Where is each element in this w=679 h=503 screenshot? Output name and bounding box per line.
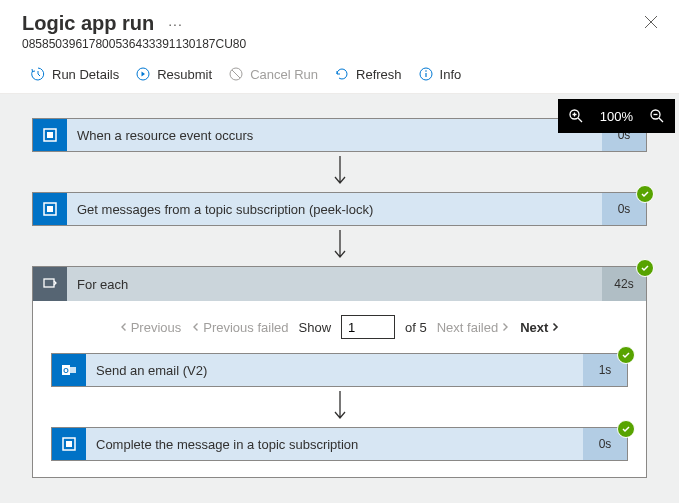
cancel-icon: [228, 66, 244, 82]
svg-rect-9: [47, 206, 53, 212]
foreach-icon: [33, 267, 67, 301]
foreach-label: For each: [67, 267, 602, 301]
previous-failed-link: Previous failed: [191, 320, 288, 335]
next-failed-link: Next failed: [437, 320, 510, 335]
foreach-container: For each 42s Previous Previous failed Sh…: [32, 266, 647, 478]
cancel-run-button: Cancel Run: [228, 66, 318, 82]
info-label: Info: [440, 67, 462, 82]
connector-arrow: [18, 156, 661, 188]
resubmit-button[interactable]: Resubmit: [135, 66, 212, 82]
header: Logic app run ··· 0858503961780053643339…: [0, 0, 679, 55]
svg-rect-12: [70, 367, 76, 373]
refresh-button[interactable]: Refresh: [334, 66, 402, 82]
close-icon: [644, 15, 658, 29]
zoom-out-icon[interactable]: [649, 108, 665, 124]
svg-rect-10: [44, 279, 54, 287]
foreach-header[interactable]: For each 42s: [33, 267, 646, 301]
step-peek-lock-label: Get messages from a topic subscription (…: [67, 193, 602, 225]
designer-canvas: 100% When a resource event occurs 0s Get…: [0, 94, 679, 503]
of-total-label: of 5: [405, 320, 427, 335]
step-send-email[interactable]: O Send an email (V2) 1s: [51, 353, 628, 387]
next-link[interactable]: Next: [520, 320, 560, 335]
chevron-right-icon: [500, 322, 510, 332]
connector-arrow: [18, 230, 661, 262]
previous-link: Previous: [119, 320, 182, 335]
run-details-label: Run Details: [52, 67, 119, 82]
zoom-percent: 100%: [600, 109, 633, 124]
eventgrid-icon: [33, 119, 67, 151]
overflow-menu-icon[interactable]: ···: [168, 16, 183, 32]
connector-arrow: [49, 391, 630, 423]
chevron-left-icon: [191, 322, 201, 332]
run-id-text: 08585039617800536433391130187CU80: [22, 37, 657, 51]
success-badge: [636, 259, 654, 277]
svg-rect-15: [66, 441, 72, 447]
step-send-email-label: Send an email (V2): [86, 354, 583, 386]
svg-text:O: O: [63, 367, 69, 374]
step-complete-message[interactable]: Complete the message in a topic subscrip…: [51, 427, 628, 461]
step-trigger-label: When a resource event occurs: [67, 119, 602, 151]
run-details-button[interactable]: Run Details: [30, 66, 119, 82]
history-icon: [30, 66, 46, 82]
cancel-run-label: Cancel Run: [250, 67, 318, 82]
info-button[interactable]: Info: [418, 66, 462, 82]
servicebus-icon: [33, 193, 67, 225]
success-badge: [636, 185, 654, 203]
foreach-pagination: Previous Previous failed Show of 5 Next …: [49, 315, 630, 339]
outlook-icon: O: [52, 354, 86, 386]
refresh-label: Refresh: [356, 67, 402, 82]
success-badge: [617, 346, 635, 364]
servicebus-icon: [52, 428, 86, 460]
step-peek-lock[interactable]: Get messages from a topic subscription (…: [32, 192, 647, 226]
page-title: Logic app run: [22, 12, 154, 35]
zoom-toolbar: 100%: [558, 99, 675, 133]
refresh-icon: [334, 66, 350, 82]
resubmit-label: Resubmit: [157, 67, 212, 82]
success-badge: [617, 420, 635, 438]
step-trigger[interactable]: When a resource event occurs 0s: [32, 118, 647, 152]
toolbar: Run Details Resubmit Cancel Run Refresh …: [0, 55, 679, 94]
zoom-in-icon[interactable]: [568, 108, 584, 124]
close-button[interactable]: [641, 12, 661, 32]
resubmit-icon: [135, 66, 151, 82]
info-icon: [418, 66, 434, 82]
svg-point-3: [425, 70, 427, 72]
step-complete-label: Complete the message in a topic subscrip…: [86, 428, 583, 460]
show-label: Show: [299, 320, 332, 335]
page-input[interactable]: [341, 315, 395, 339]
svg-rect-7: [47, 132, 53, 138]
chevron-right-icon: [550, 322, 560, 332]
chevron-left-icon: [119, 322, 129, 332]
